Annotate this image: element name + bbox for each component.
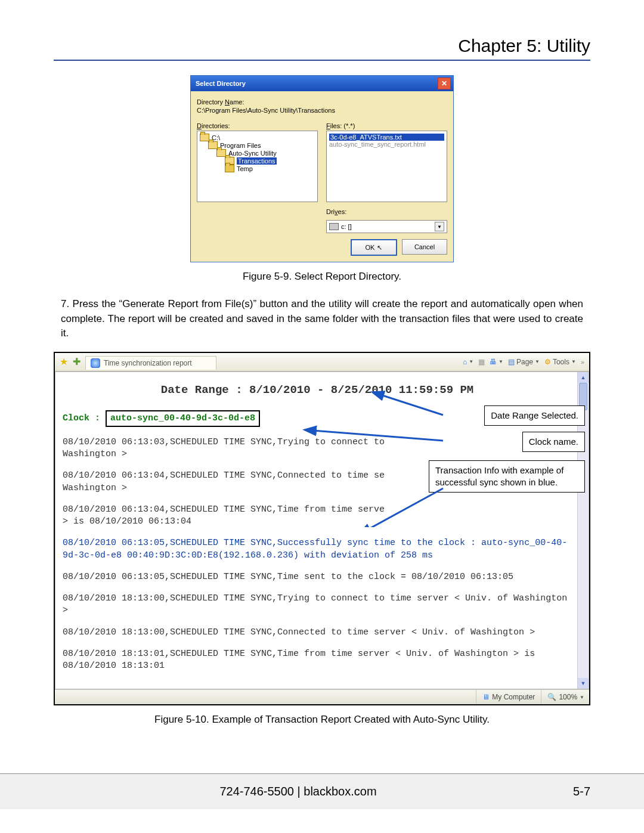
tree-node[interactable]: Program Files: [208, 141, 315, 149]
log-entry: 08/10/2010 18:13:00,SCHEDULED TIME SYNC,…: [63, 593, 572, 617]
scroll-up-icon[interactable]: ▲: [578, 372, 589, 383]
ok-button[interactable]: OK↖: [351, 239, 397, 256]
callout-clock-name: Clock name.: [522, 432, 585, 452]
computer-icon: 🖥: [482, 693, 490, 701]
log-entry: 08/10/2010 06:13:04,SCHEDULED TIME SYNC,…: [63, 504, 572, 528]
callout-transaction-info: Transaction Info with example of success…: [429, 460, 585, 493]
tools-menu[interactable]: ⚙Tools▼: [544, 358, 576, 366]
report-date-range: Date Range : 8/10/2010 - 8/25/2010 11:59…: [63, 383, 572, 398]
tree-node[interactable]: C:\: [200, 134, 315, 141]
drives-label: Drives:: [326, 208, 447, 215]
folder-open-icon: [208, 141, 218, 149]
directory-path: C:\Program Files\Auto-Sync Utility\Trans…: [197, 107, 447, 114]
zoom-icon: 🔍: [547, 693, 556, 701]
tab-title: Time synchronization report: [104, 359, 192, 367]
ie-page-icon: [91, 358, 100, 368]
footer-phone: 724-746-5500: [219, 785, 294, 798]
folder-icon: [225, 165, 234, 172]
favorites-icon[interactable]: ★: [60, 356, 68, 367]
page-footer: 724-746-5500 | blackbox.com 5-7: [0, 773, 644, 809]
log-entry: 08/10/2010 18:13:00,SCHEDULED TIME SYNC,…: [63, 627, 572, 639]
directory-name-label: Directory Name:: [197, 98, 447, 106]
directories-label: Directories:: [197, 122, 318, 129]
tree-node[interactable]: Auto-Sync Utility: [216, 149, 315, 157]
print-button[interactable]: 🖶▼: [490, 358, 503, 366]
dialog-titlebar: Select Directory ✕: [191, 76, 453, 91]
gear-icon: ⚙: [544, 358, 551, 366]
callout-date-range: Date Range Selected.: [484, 405, 585, 426]
clock-name: auto-sync_00-40-9d-3c-0d-e8: [106, 410, 260, 427]
cursor-icon: ↖: [377, 244, 382, 252]
page-menu[interactable]: ▤Page▼: [508, 358, 540, 366]
chapter-title: Chapter 5: Utility: [54, 36, 590, 61]
page-number: 5-7: [543, 785, 590, 798]
home-button[interactable]: ⌂▼: [463, 358, 473, 366]
tree-node-selected[interactable]: Transactions: [225, 157, 315, 165]
folder-open-icon: [216, 149, 226, 157]
printer-icon: 🖶: [490, 358, 497, 366]
log-entry: 08/10/2010 06:13:05,SCHEDULED TIME SYNC,…: [63, 571, 572, 583]
ie-toolbar: ★ ✚ Time synchronization report ⌂▼ ▦ 🖶▼ …: [55, 353, 589, 371]
step-7-text: 7. Press the “Generate Report from File(…: [61, 297, 583, 341]
ie-status-bar: 🖥 My Computer 🔍 100% ▼: [55, 689, 589, 704]
drive-select[interactable]: c: [] ▼: [326, 220, 447, 233]
figure-5-10-caption: Figure 5-10. Example of Transaction Repo…: [54, 714, 590, 726]
scroll-down-icon[interactable]: ▼: [578, 678, 589, 689]
log-entry: 08/10/2010 06:13:03,SCHEDULED TIME SYNC,…: [63, 436, 572, 461]
log-entry-success: 08/10/2010 06:13:05,SCHEDULED TIME SYNC,…: [63, 537, 572, 562]
log-entry: 08/10/2010 18:13:01,SCHEDULED TIME SYNC,…: [63, 648, 572, 673]
file-list[interactable]: 3c-0d-e8_ATVSTrans.txt auto-sync_time_sy…: [326, 131, 447, 202]
select-directory-dialog: Select Directory ✕ Directory Name: C:\Pr…: [190, 75, 454, 262]
directory-tree[interactable]: C:\ Program Files Auto-Sync Utility Tran…: [197, 131, 318, 202]
figure-5-9-caption: Figure 5-9. Select Report Directory.: [54, 271, 590, 283]
feed-icon: ▦: [478, 358, 485, 366]
close-icon[interactable]: ✕: [438, 78, 451, 89]
browser-tab[interactable]: Time synchronization report: [85, 356, 216, 370]
toolbar-overflow-icon[interactable]: »: [581, 358, 584, 366]
chevron-down-icon[interactable]: ▼: [435, 222, 444, 231]
chevron-down-icon[interactable]: ▼: [580, 695, 584, 700]
tree-node[interactable]: Temp: [225, 165, 315, 172]
dialog-title: Select Directory: [196, 80, 246, 87]
footer-site: blackbox.com: [304, 785, 376, 798]
folder-open-icon: [200, 134, 209, 141]
zoom-control[interactable]: 🔍 100% ▼: [541, 690, 584, 704]
feeds-button[interactable]: ▦: [478, 358, 485, 366]
drive-icon: [329, 223, 339, 230]
security-zone[interactable]: 🖥 My Computer: [476, 690, 535, 704]
home-icon: ⌂: [463, 358, 467, 366]
browser-window: ★ ✚ Time synchronization report ⌂▼ ▦ 🖶▼ …: [54, 352, 590, 705]
add-favorites-icon[interactable]: ✚: [73, 356, 80, 367]
files-label: Files: (*.*): [326, 122, 447, 129]
page-icon: ▤: [508, 358, 515, 366]
cancel-button[interactable]: Cancel: [402, 239, 447, 255]
report-viewport: ▲ ▼ Date Range : 8/10/2010 - 8/25/2010 1…: [55, 371, 589, 689]
file-row-selected[interactable]: 3c-0d-e8_ATVSTrans.txt: [329, 134, 444, 141]
file-row[interactable]: auto-sync_time_sync_report.html: [329, 141, 444, 148]
